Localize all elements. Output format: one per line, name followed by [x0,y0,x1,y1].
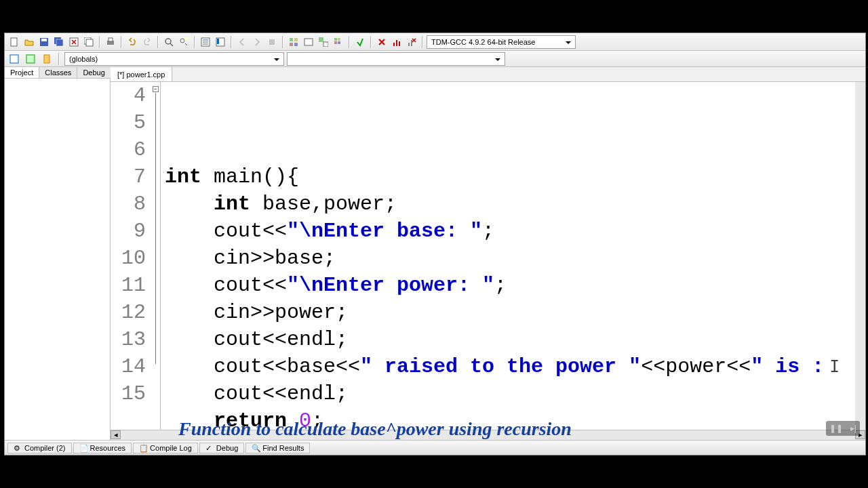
compile-button[interactable] [287,35,300,49]
scope-select[interactable]: (globals) [64,52,284,66]
file-tabs: [*] power1.cpp [111,67,865,82]
svg-point-10 [165,39,171,44]
fold-column: − [151,82,161,430]
app-window: TDM-GCC 4.9.2 64-bit Release (globals) P… [4,33,866,455]
svg-rect-29 [338,38,340,41]
compiler-icon: ⚙ [14,444,22,452]
log-icon: 📋 [139,444,147,452]
resources-icon: 📄 [79,444,87,452]
svg-rect-30 [334,41,337,44]
print-button[interactable] [104,35,117,49]
debug-status-tab[interactable]: ✓Debug [199,443,244,453]
svg-rect-13 [184,38,188,41]
file-tab-power1[interactable]: [*] power1.cpp [111,67,172,81]
svg-rect-27 [323,42,328,47]
main-toolbar: TDM-GCC 4.9.2 64-bit Release [5,33,865,51]
member-select[interactable] [287,52,505,66]
scroll-left-icon[interactable]: ◂ [111,430,121,439]
find-button[interactable] [162,35,176,49]
svg-rect-35 [408,43,410,46]
svg-rect-0 [11,38,17,46]
bug-icon: ✓ [205,444,214,452]
rebuild-all-button[interactable] [332,35,345,49]
debug-tab[interactable]: Debug [77,67,111,78]
code-content[interactable]: int main(){ int base,power; cout<<"\nEnt… [161,82,865,430]
compile-run-button[interactable] [317,35,330,49]
toggle-bookmark-button[interactable] [40,52,54,66]
svg-rect-33 [396,40,397,46]
compiler-select[interactable]: TDM-GCC 4.9.2 64-bit Release [427,35,576,49]
redo-button[interactable] [140,35,154,49]
compiler-status-tab[interactable]: ⚙Compiler (2) [7,443,72,453]
svg-rect-7 [86,39,93,46]
profile-button[interactable] [390,35,403,49]
pause-icon[interactable]: ❚❚ [829,424,843,433]
fold-line [155,93,156,364]
save-button[interactable] [37,35,51,49]
svg-rect-20 [269,39,275,45]
new-file-button[interactable] [7,35,21,49]
save-all-button[interactable] [52,35,66,49]
svg-rect-9 [108,38,113,41]
svg-rect-4 [56,39,63,46]
new-class-button[interactable] [7,52,21,66]
classes-tab[interactable]: Classes [39,67,77,78]
svg-rect-2 [41,39,47,41]
svg-rect-26 [319,37,323,42]
svg-rect-37 [10,55,18,63]
stop-button[interactable] [265,35,279,49]
undo-button[interactable] [125,35,139,49]
debug-button[interactable] [353,35,367,49]
svg-rect-25 [304,39,313,45]
back-button[interactable] [235,35,249,49]
svg-rect-28 [334,38,337,41]
code-line[interactable]: cout<<endl; [161,326,865,353]
project-tab[interactable]: Project [5,67,39,78]
svg-rect-21 [290,38,293,41]
resources-status-tab[interactable]: 📄Resources [73,443,132,453]
close-file-button[interactable] [67,35,81,49]
svg-rect-36 [411,40,412,46]
caption-overlay: Function to calculate base^power using r… [178,418,572,440]
side-panel: Project Classes Debug [5,67,111,440]
code-line[interactable]: cout<<"\nEnter power: "; [161,272,865,299]
run-button[interactable] [302,35,315,49]
editor-area: [*] power1.cpp 456789101112131415 − int … [111,67,865,440]
svg-rect-32 [393,43,395,46]
bookmark-button[interactable] [214,35,227,49]
find-results-status-tab[interactable]: 🔍Find Results [245,443,310,453]
debug-stop-button[interactable] [375,35,389,49]
close-all-button[interactable] [82,35,96,49]
media-controls[interactable]: ❚❚ ▸| [826,421,860,436]
code-line[interactable]: cout<<"\nEnter base: "; [161,218,865,245]
delete-profile-button[interactable] [405,35,418,49]
forward-button[interactable] [250,35,264,49]
replace-button[interactable] [177,35,191,49]
svg-rect-31 [338,41,340,44]
goto-line-button[interactable] [199,35,212,49]
code-line[interactable]: cout<<base<<" raised to the power "<<pow… [161,353,865,380]
scope-toolbar: (globals) [5,51,865,67]
line-gutter: 456789101112131415 [111,82,151,430]
code-line[interactable]: cin>>base; [161,245,865,272]
open-file-button[interactable] [22,35,36,49]
side-tabs: Project Classes Debug [5,67,110,79]
vertical-scrollbar[interactable] [855,82,865,430]
svg-rect-23 [290,43,293,46]
next-icon[interactable]: ▸| [850,424,856,433]
code-area[interactable]: 456789101112131415 − int main(){ int bas… [111,82,865,430]
code-line[interactable]: int main(){ [161,163,865,190]
compile-log-status-tab[interactable]: 📋Compile Log [133,443,198,453]
main-area: Project Classes Debug [*] power1.cpp 456… [5,67,865,440]
svg-line-11 [170,43,173,46]
search-icon: 🔍 [252,444,260,452]
svg-point-12 [180,39,184,43]
fold-open-icon[interactable]: − [153,86,159,92]
svg-rect-19 [217,39,219,44]
insert-button[interactable] [24,52,37,66]
horizontal-scrollbar[interactable]: ◂ ▸ Function to calculate base^power usi… [111,430,865,440]
code-line[interactable]: cin>>power; [161,299,865,326]
status-bar: ⚙Compiler (2) 📄Resources 📋Compile Log ✓D… [5,440,865,455]
code-line[interactable]: cout<<endl; [161,380,865,407]
code-line[interactable]: int base,power; [161,190,865,218]
